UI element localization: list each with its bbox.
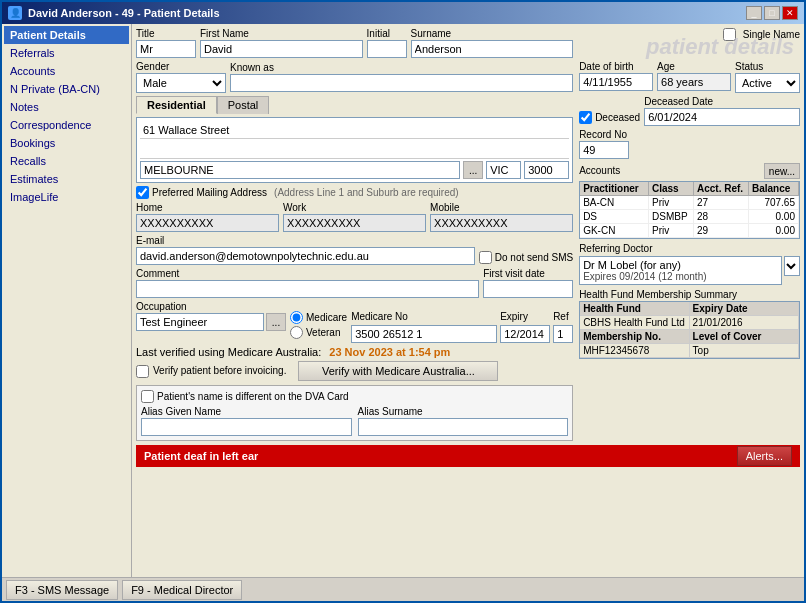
alerts-button[interactable]: Alerts... <box>737 446 792 466</box>
gender-row: Gender Male Female Other Known as <box>136 61 573 93</box>
home-input[interactable] <box>136 214 279 232</box>
comment-group: Comment <box>136 268 479 298</box>
occupation-lookup-button[interactable]: ... <box>266 313 286 331</box>
referring-doctor-select[interactable] <box>784 256 800 276</box>
sidebar-item-bookings[interactable]: Bookings <box>4 134 129 152</box>
accounts-table: Practitioner Class Acct. Ref. Balance BA… <box>579 181 800 239</box>
sidebar-item-notes[interactable]: Notes <box>4 98 129 116</box>
medicare-no-input[interactable] <box>351 325 497 343</box>
deceased-date-input[interactable] <box>644 108 800 126</box>
alias-given-group: Alias Given Name <box>141 406 352 436</box>
no-sms-row: Do not send SMS <box>479 251 573 265</box>
record-no-input[interactable] <box>579 141 629 159</box>
known-as-input[interactable] <box>230 74 573 92</box>
deceased-checkbox[interactable] <box>579 111 592 124</box>
address-line1-input[interactable] <box>140 121 569 139</box>
mobile-input[interactable] <box>430 214 573 232</box>
title-input[interactable] <box>136 40 196 58</box>
age-group: Age <box>657 61 731 93</box>
medicare-no-label: Medicare No <box>351 311 497 322</box>
deceased-row: Deceased Deceased Date <box>579 96 800 126</box>
status-select[interactable]: Active Inactive <box>735 73 800 93</box>
new-account-button[interactable]: new... <box>764 163 800 179</box>
alias-row: Alias Given Name Alias Surname <box>141 406 568 436</box>
suburb-lookup-button[interactable]: ... <box>463 161 483 179</box>
single-name-row: Single Name <box>579 28 800 41</box>
health-fund-section: Health Fund Membership Summary Health Fu… <box>579 289 800 359</box>
sidebar-item-referrals[interactable]: Referrals <box>4 44 129 62</box>
last-verified-value: 23 Nov 2023 at 1:54 pm <box>329 346 450 358</box>
verify-medicare-button[interactable]: Verify with Medicare Australia... <box>298 361 498 381</box>
first-name-input[interactable] <box>200 40 363 58</box>
preferred-mailing-checkbox[interactable] <box>136 186 149 199</box>
title-group: Title <box>136 28 196 58</box>
postcode-input[interactable] <box>524 161 569 179</box>
first-visit-input[interactable] <box>483 280 573 298</box>
comment-input[interactable] <box>136 280 479 298</box>
state-input[interactable] <box>486 161 521 179</box>
ref-input[interactable] <box>553 325 573 343</box>
surname-group: Surname <box>411 28 574 58</box>
bottom-bar: F3 - SMS Message F9 - Medical Director <box>2 577 804 601</box>
sidebar-item-accounts[interactable]: Accounts <box>4 62 129 80</box>
sidebar-item-estimates[interactable]: Estimates <box>4 170 129 188</box>
dva-checkbox[interactable] <box>141 390 154 403</box>
sidebar-item-recalls[interactable]: Recalls <box>4 152 129 170</box>
account-row-2[interactable]: GK-CN Priv 29 0.00 <box>580 224 799 238</box>
right-panel: Single Name Date of birth Age <box>579 28 800 441</box>
gender-label: Gender <box>136 61 226 72</box>
age-input[interactable] <box>657 73 731 91</box>
gender-group: Gender Male Female Other <box>136 61 226 93</box>
account-ref-1: 28 <box>694 210 749 223</box>
first-name-label: First Name <box>200 28 363 39</box>
address-line2-input[interactable] <box>140 141 569 159</box>
sms-button[interactable]: F3 - SMS Message <box>6 580 118 600</box>
health-fund-table: Health Fund Expiry Date CBHS Health Fund… <box>579 301 800 359</box>
maximize-button[interactable]: □ <box>764 6 780 20</box>
hf-data-row-1: CBHS Health Fund Ltd 21/01/2016 <box>580 316 799 330</box>
account-row-0[interactable]: BA-CN Priv 27 707.65 <box>580 196 799 210</box>
dob-input[interactable] <box>579 73 653 91</box>
alias-surname-input[interactable] <box>358 418 569 436</box>
medicare-radio[interactable] <box>290 311 303 324</box>
medicare-inputs-row <box>351 325 573 343</box>
suburb-input[interactable] <box>140 161 460 179</box>
account-row-1[interactable]: DS DSMBP 28 0.00 <box>580 210 799 224</box>
status-group: Status Active Inactive <box>735 61 800 93</box>
sidebar-item-private[interactable]: N Private (BA-CN) <box>4 80 129 98</box>
close-button[interactable]: ✕ <box>782 6 798 20</box>
verify-before-invoicing-checkbox[interactable] <box>136 365 149 378</box>
accounts-label: Accounts <box>579 165 620 176</box>
occupation-input[interactable] <box>136 313 264 331</box>
alias-given-input[interactable] <box>141 418 352 436</box>
single-name-label: Single Name <box>743 29 800 40</box>
sidebar-item-correspondence[interactable]: Correspondence <box>4 116 129 134</box>
sidebar-item-imagelife[interactable]: ImageLife <box>4 188 129 206</box>
initial-input[interactable] <box>367 40 407 58</box>
initial-group: Initial <box>367 28 407 58</box>
status-label: Status <box>735 61 800 72</box>
hf-membership-label: Membership No. <box>580 330 689 344</box>
medical-director-button[interactable]: F9 - Medical Director <box>122 580 242 600</box>
no-sms-checkbox[interactable] <box>479 251 492 264</box>
expiry-input[interactable] <box>500 325 550 343</box>
email-input[interactable] <box>136 247 475 265</box>
initial-label: Initial <box>367 28 407 39</box>
surname-label: Surname <box>411 28 574 39</box>
medicare-radio-item: Medicare <box>290 311 347 324</box>
surname-input[interactable] <box>411 40 574 58</box>
last-verified-row: Last verified using Medicare Australia: … <box>136 346 573 358</box>
tab-postal[interactable]: Postal <box>217 96 270 114</box>
sidebar-item-patient-details[interactable]: Patient Details <box>4 26 129 44</box>
occupation-label: Occupation <box>136 301 286 312</box>
gender-select[interactable]: Male Female Other <box>136 73 226 93</box>
veteran-radio-label: Veteran <box>306 327 340 338</box>
titlebar-buttons: _ □ ✕ <box>746 6 798 20</box>
first-visit-label: First visit date <box>483 268 573 279</box>
single-name-checkbox[interactable] <box>723 28 736 41</box>
tab-residential[interactable]: Residential <box>136 96 217 114</box>
window-icon: 👤 <box>8 6 22 20</box>
minimize-button[interactable]: _ <box>746 6 762 20</box>
veteran-radio[interactable] <box>290 326 303 339</box>
work-input[interactable] <box>283 214 426 232</box>
